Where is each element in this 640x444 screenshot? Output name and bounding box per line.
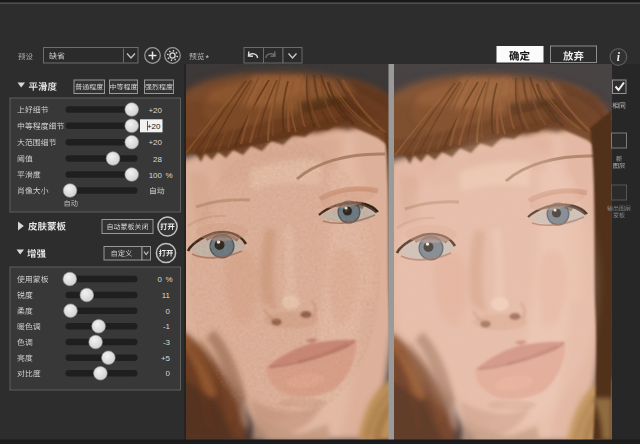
svg-text:28: 28 bbox=[153, 155, 162, 164]
svg-text:+20: +20 bbox=[148, 138, 162, 147]
svg-text:+5: +5 bbox=[161, 354, 171, 363]
svg-text:0: 0 bbox=[166, 369, 171, 378]
svg-text:100: 100 bbox=[149, 171, 163, 180]
svg-text:%: % bbox=[166, 275, 173, 284]
svg-text:0: 0 bbox=[166, 307, 171, 316]
svg-text:-1: -1 bbox=[163, 322, 171, 331]
svg-text:%: % bbox=[166, 171, 173, 180]
svg-text:+20: +20 bbox=[148, 106, 162, 115]
svg-text:0: 0 bbox=[158, 275, 163, 284]
svg-text:-3: -3 bbox=[163, 338, 171, 347]
svg-text:11: 11 bbox=[162, 291, 171, 300]
svg-text:*: * bbox=[206, 53, 210, 63]
svg-text:+20: +20 bbox=[147, 122, 161, 131]
